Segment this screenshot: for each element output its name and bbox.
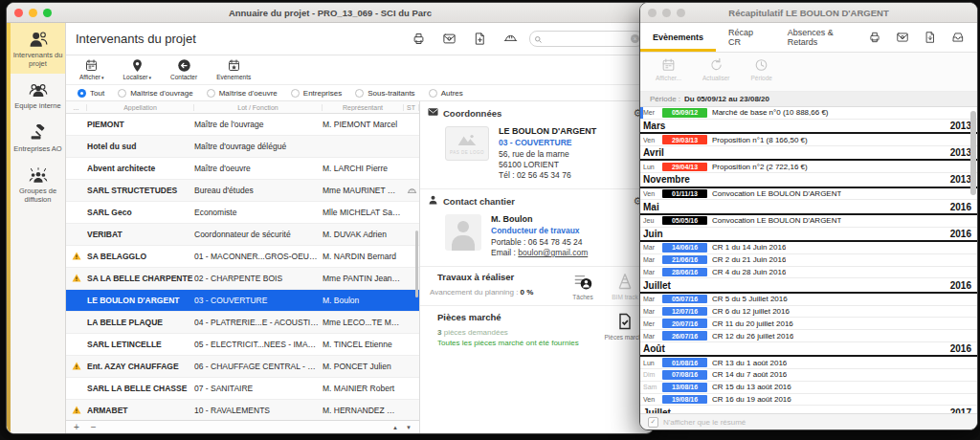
address-line1: 56, rue de la marne xyxy=(499,149,596,160)
broadcast-icon xyxy=(12,165,63,185)
column-header[interactable]: ST xyxy=(404,104,419,111)
move-up-icon[interactable]: ▲ xyxy=(392,425,398,430)
event-day: Mer xyxy=(643,320,662,327)
column-header[interactable]: Représentant xyxy=(323,104,404,111)
warning-icon xyxy=(66,362,87,372)
contact-mobile: Portable : 06 54 78 45 24 xyxy=(491,237,588,248)
cell-representant: M. MAINIER Robert xyxy=(323,384,404,393)
sidebar-item-groupes-de-diffusion[interactable]: Groupes de diffusion xyxy=(11,159,65,209)
clear-search-icon[interactable]: × xyxy=(631,34,639,43)
filter-radio-ma-trise-d-oeuvre[interactable]: Maîtrise d'oeuvre xyxy=(207,89,278,98)
event-row[interactable]: Dim07/08/16CR 14 du 7 août 2016 xyxy=(640,369,977,382)
print-icon[interactable] xyxy=(867,31,882,44)
table-row[interactable]: SARL LETINCELLE05 - ELECTRICIT...NEES - … xyxy=(66,334,419,356)
table-row[interactable]: SA LA BELLE CHARPENTE02 - CHARPENTE BOIS… xyxy=(66,268,419,290)
event-row[interactable]: Lun29/04/13Proposition n°2 (2 722,16 €) xyxy=(640,161,977,173)
table-row[interactable]: PIEMONTMaître de l'ouvrageM. PIEMONT Mar… xyxy=(66,114,419,136)
event-row[interactable]: Ven19/08/16CR 16 du 19 août 2016 xyxy=(640,394,977,407)
event-row[interactable]: Mer05/09/12Marché de base n°0 (10 888,66… xyxy=(640,107,977,120)
p-riode-button[interactable]: Période xyxy=(751,56,772,91)
event-row[interactable]: Mer20/07/16CR 11 du 20 juillet 2016 xyxy=(640,318,977,330)
event-row[interactable]: Ven01/11/13Convocation LE BOULON D'ARGEN… xyxy=(640,188,977,201)
actualiser-button[interactable]: Actualiser xyxy=(702,56,730,91)
add-row-button[interactable]: + xyxy=(74,423,79,432)
event-row[interactable]: Jeu05/05/16Convocation LE BOULON D'ARGEN… xyxy=(640,215,977,228)
event-row[interactable]: Mar21/06/16CR 2 du 21 Juin 2016 xyxy=(640,254,977,267)
cell-appellation: ARMABET xyxy=(87,406,194,415)
column-header[interactable]: ... xyxy=(66,104,87,111)
event-day: Jeu xyxy=(643,217,662,224)
table-row[interactable]: SA BELAGGLO01 - MACONNER...GROS-OEUVREM.… xyxy=(66,246,419,268)
radio-label: Autres xyxy=(441,89,463,98)
table-row[interactable]: Hotel du sudMaître d'ouvrage délégué xyxy=(66,136,419,158)
column-header[interactable]: Appellation xyxy=(87,104,194,111)
taches-button[interactable]: Tâches xyxy=(562,272,604,300)
sidebar-item-equipe-interne[interactable]: Equipe interne xyxy=(11,74,65,117)
event-row[interactable]: Lun01/08/16CR 13 du 1 août 2016 xyxy=(640,357,977,369)
email-link[interactable]: boulon@gmail.com xyxy=(518,248,588,257)
event-date-badge: 14/06/16 xyxy=(662,243,707,253)
pieces-requested: 3 pièces demandées xyxy=(437,328,604,337)
table-row[interactable]: ARMABET10 - RAVALEMENTSM. HERNANDEZ Gast… xyxy=(66,400,419,420)
list-scrollbar[interactable] xyxy=(414,114,419,420)
table-row[interactable]: VERIBATCoordonnateur de sécuritéM. DUVAK… xyxy=(66,224,419,246)
toolbar-button-label: Période xyxy=(751,75,772,81)
cell-lot-fonction: 07 - SANITAIRE xyxy=(194,384,323,393)
contacter-button[interactable]: Contacter xyxy=(170,57,197,80)
month-name: Juillet xyxy=(643,407,671,413)
sidebar-item-entreprises-ao[interactable]: Entreprises AO xyxy=(11,117,65,160)
coordonnees-section: Coordonnées ⚙▾ PAS DE LOGO LE BOULON D'A… xyxy=(420,101,654,189)
afficher-button[interactable]: Afficher▾ xyxy=(79,57,103,80)
event-row[interactable]: Mar05/07/16CR 5 du 5 Juillet 2016 xyxy=(640,294,977,306)
table-row[interactable]: LA BELLE PLAQUE04 - PLATRERIE...E - ACOU… xyxy=(66,312,419,334)
event-day: Ven xyxy=(643,396,662,403)
helmet-icon[interactable] xyxy=(501,31,520,48)
doc-down-icon[interactable] xyxy=(923,31,938,44)
filter-radio-tout[interactable]: Tout xyxy=(78,89,104,98)
tab-absences-retards[interactable]: Absences & Retards xyxy=(775,23,867,52)
resume-only-checkbox[interactable]: ✓ xyxy=(648,417,658,428)
month-header-row: Juillet2016 xyxy=(640,278,977,293)
cell-appellation: Abvent architecte xyxy=(87,164,194,173)
tab-ev-nements[interactable]: Evènements xyxy=(640,23,716,52)
table-row[interactable]: LE BOULON D'ARGENT03 - COUVERTUREM. Boul… xyxy=(66,290,419,312)
event-row[interactable]: Sam13/08/16CR 15 du 13 août 2016 xyxy=(640,382,977,394)
localiser-button[interactable]: Localiser▾ xyxy=(122,57,151,80)
table-header: ...AppellationLot / FonctionReprésentant… xyxy=(66,101,419,114)
filter-radio-ma-trise-d-ouvrage[interactable]: Maîtrise d'ouvrage xyxy=(118,89,193,98)
event-text: Marché de base n°0 (10 888,66 €) xyxy=(712,108,829,117)
afficher...-button[interactable]: Afficher... xyxy=(656,56,681,91)
remove-row-button[interactable]: − xyxy=(91,423,97,432)
month-name: Mai xyxy=(643,202,659,212)
filter-radio-entreprises[interactable]: Entreprises xyxy=(291,89,342,98)
events-scrollbar[interactable] xyxy=(969,111,976,409)
table-row[interactable]: SARL GecoEconomisteMlle MICHELAT Sarah xyxy=(66,202,419,224)
sidebar-item-intervenants-du-projet[interactable]: Intervenants du projet xyxy=(11,23,65,74)
event-row[interactable]: Mar14/06/16CR 1 du 14 Juin 2016 xyxy=(640,242,977,254)
mail-icon[interactable] xyxy=(439,31,458,48)
calendar-icon xyxy=(83,57,100,73)
cell-representant: M. HERNANDEZ Gaston xyxy=(323,406,404,415)
archive-icon[interactable] xyxy=(950,31,966,44)
event-row[interactable]: Mar12/07/16CR 6 du 12 juillet 2016 xyxy=(640,306,977,319)
table-row[interactable]: SARL STRUCTETUDESBureau d'étudesMme MAUR… xyxy=(66,180,419,202)
move-down-icon[interactable]: ▼ xyxy=(406,425,412,430)
ev-nements-button[interactable]: Evénements xyxy=(216,57,251,80)
search-input[interactable] xyxy=(546,33,628,44)
table-row[interactable]: Abvent architecteMaître d'oeuvreM. LARCH… xyxy=(66,158,419,180)
table-row[interactable]: SARL LA BELLE CHASSE07 - SANITAIREM. MAI… xyxy=(66,378,419,400)
tab-r-cap-cr[interactable]: Récap CR xyxy=(716,23,775,52)
filter-radio-sous-traitants[interactable]: Sous-traitants xyxy=(355,89,414,98)
print-icon[interactable] xyxy=(409,31,428,48)
cell-representant: Mme LECO...TE Michèle xyxy=(323,318,404,327)
event-row[interactable]: Mar26/07/16CR 12 du 26 juillet 2016 xyxy=(640,330,977,342)
event-row[interactable]: Mar28/06/16CR 4 du 28 Juin 2016 xyxy=(640,267,977,279)
event-row[interactable]: Ven29/03/13Proposition n°1 (8 166,50 €) xyxy=(640,134,977,146)
search-box[interactable]: × xyxy=(529,31,644,47)
filter-radio-autres[interactable]: Autres xyxy=(429,89,463,98)
table-row[interactable]: Ent. AZAY CHAUFFAGE06 - CHAUFFAGE CENTRA… xyxy=(66,356,419,378)
column-header[interactable]: Lot / Fonction xyxy=(194,104,323,111)
event-text: CR 1 du 14 Juin 2016 xyxy=(712,243,786,252)
mail-icon[interactable] xyxy=(895,31,910,44)
doc-plus-icon[interactable] xyxy=(470,31,489,48)
